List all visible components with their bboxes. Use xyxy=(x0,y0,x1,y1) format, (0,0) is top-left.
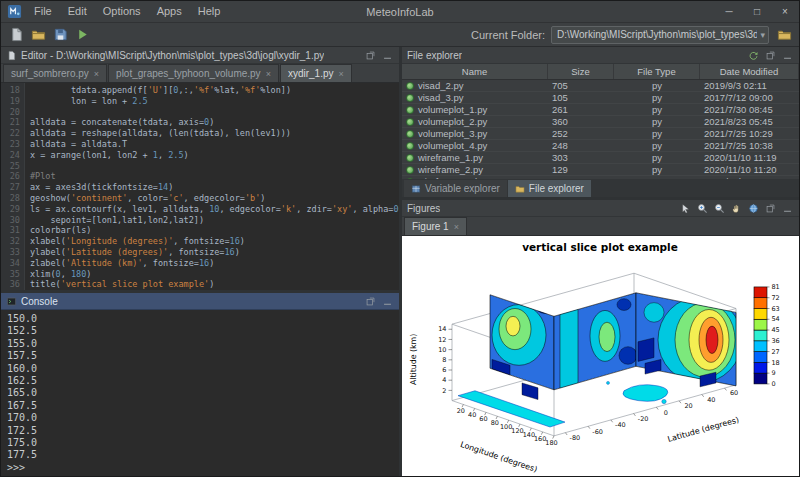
file-type: py xyxy=(614,164,700,175)
close-button[interactable]: × xyxy=(771,1,799,22)
console-output-line: 172.5 xyxy=(7,425,393,437)
zoom-out-icon[interactable] xyxy=(712,201,726,215)
select-icon[interactable] xyxy=(678,201,692,215)
table-row[interactable]: volumeplot_3.py252py2021/7/25 10:29 xyxy=(402,128,799,140)
file-type: py xyxy=(614,92,700,103)
table-row[interactable]: visad_3.py105py2017/7/12 09:00 xyxy=(402,92,799,104)
zoom-in-icon[interactable] xyxy=(695,201,709,215)
minimize-icon[interactable] xyxy=(380,48,394,62)
console-panel: Console 150.0152.5155.0157.5160.0162.516… xyxy=(1,293,399,476)
editor-tab-plot_grapes_typhoon_volume.py[interactable]: plot_grapes_typhoon_volume.py× xyxy=(108,64,279,82)
close-tab-icon[interactable]: × xyxy=(266,69,271,79)
tick-label: 72 xyxy=(772,294,780,302)
pan-icon[interactable] xyxy=(729,201,743,215)
maximize-button[interactable]: □ xyxy=(743,1,771,22)
menu-apps[interactable]: Apps xyxy=(149,1,190,22)
table-row[interactable]: visad_2.py705py2019/9/3 02:11 xyxy=(402,80,799,92)
table-row[interactable]: volumeplot_2.py360py2021/8/23 05:45 xyxy=(402,116,799,128)
x-axis-label: Longitude (degrees) xyxy=(459,440,538,474)
menu-file[interactable]: File xyxy=(26,1,60,22)
full-extent-icon[interactable] xyxy=(746,201,760,215)
current-folder-combobox[interactable]: D:\Working\MIScript\Jython\mis\plot_type… xyxy=(551,26,769,44)
py-file-icon xyxy=(406,118,414,126)
console-output[interactable]: 150.0152.5155.0157.5160.0162.5165.0167.5… xyxy=(1,310,399,476)
float-icon[interactable] xyxy=(763,48,777,62)
column-header-name[interactable]: Name xyxy=(402,64,548,79)
minimize-icon[interactable] xyxy=(780,201,794,215)
file-size: 360 xyxy=(548,116,614,127)
minimize-icon[interactable] xyxy=(380,294,394,308)
minimize-button[interactable]: ─ xyxy=(715,1,743,22)
tick-label: 60 xyxy=(730,389,738,397)
tick-label: 40 xyxy=(707,396,715,404)
column-header-date-modified[interactable]: Date Modified xyxy=(700,64,799,79)
code-editor: 18192021222324252627282930313233343536 t… xyxy=(1,83,399,290)
line-number-gutter: 18192021222324252627282930313233343536 xyxy=(1,83,25,290)
file-date-modified: 2021/7/25 10:38 xyxy=(700,140,799,151)
menu-bar: FileEditOptionsAppsHelp MeteoInfoLab ─ □… xyxy=(1,1,799,23)
table-row[interactable]: volumeplot_1.py261py2021/7/30 08:45 xyxy=(402,104,799,116)
open-folder-icon[interactable] xyxy=(28,25,48,45)
file-explorer-buttons xyxy=(746,48,794,62)
code-text[interactable]: tdata.append(f['U'][0,:,'%f'%lat,'%f'%lo… xyxy=(25,83,399,290)
tab-variable-explorer[interactable]: Variable explorer xyxy=(404,180,507,197)
menu-items: FileEditOptionsAppsHelp xyxy=(26,1,228,22)
console-output-line: 162.5 xyxy=(7,375,393,387)
console-output-line: 150.0 xyxy=(7,313,393,325)
editor-tab-surf_sombrero.py[interactable]: surf_sombrero.py× xyxy=(3,64,107,82)
tick-label: 40 xyxy=(468,411,476,419)
close-tab-icon[interactable]: × xyxy=(454,222,459,232)
chevron-down-icon[interactable]: ▾ xyxy=(757,30,765,40)
file-date-modified: 2020/11/10 11:19 xyxy=(700,152,799,163)
file-name: visad_3.py xyxy=(418,92,463,103)
menu-help[interactable]: Help xyxy=(190,1,229,22)
save-icon[interactable] xyxy=(50,25,70,45)
column-header-size[interactable]: Size xyxy=(548,64,614,79)
console-output-line: 177.5 xyxy=(7,449,393,461)
colorbar-segment xyxy=(754,341,767,352)
new-file-icon[interactable] xyxy=(6,25,26,45)
console-prompt[interactable]: >>> xyxy=(7,462,393,474)
browse-folder-button[interactable] xyxy=(774,25,794,45)
float-icon[interactable] xyxy=(363,294,377,308)
file-size: 261 xyxy=(548,104,614,115)
contour-slice-middle xyxy=(554,293,637,391)
file-name: volumeplot_3.py xyxy=(418,128,487,139)
tick-label: 9 xyxy=(772,369,776,377)
tab-label: plot_grapes_typhoon_volume.py xyxy=(116,68,261,79)
minimize-icon[interactable] xyxy=(780,48,794,62)
menu-options[interactable]: Options xyxy=(95,1,149,22)
tab-file-explorer[interactable]: File explorer xyxy=(508,180,591,197)
run-icon[interactable] xyxy=(72,25,92,45)
py-file-icon xyxy=(406,106,414,114)
file-explorer-header: File explorer xyxy=(402,47,799,64)
tick-label: 8 xyxy=(442,356,446,364)
menu-edit[interactable]: Edit xyxy=(60,1,95,22)
close-tab-icon[interactable]: × xyxy=(94,69,99,79)
tab-figure-1[interactable]: Figure 1 × xyxy=(404,217,467,235)
file-type: py xyxy=(614,116,700,127)
figure-canvas[interactable]: vertical slice plot example Altitude (km… xyxy=(402,236,799,476)
py-file-icon xyxy=(406,142,414,150)
column-header-file-type[interactable]: File Type xyxy=(614,64,700,79)
colorbar-segment xyxy=(754,298,767,309)
file-date-modified: 2020/11/10 11:20 xyxy=(700,164,799,175)
close-tab-icon[interactable]: × xyxy=(338,69,343,79)
file-date-modified: 2017/7/12 09:00 xyxy=(700,92,799,103)
colorbar-segment xyxy=(754,287,767,298)
console-output-line: 165.0 xyxy=(7,387,393,399)
script-file-icon xyxy=(6,50,17,61)
tick-label: 45 xyxy=(772,326,780,334)
tick-label: 60 xyxy=(479,415,487,423)
refresh-icon[interactable] xyxy=(746,48,760,62)
tab-label: xydir_1.py xyxy=(288,68,334,79)
float-icon[interactable] xyxy=(363,48,377,62)
file-date-modified: 2021/7/30 08:45 xyxy=(700,104,799,115)
float-icon[interactable] xyxy=(763,201,777,215)
table-row[interactable]: wireframe_1.py303py2020/11/10 11:19 xyxy=(402,152,799,164)
tick-label: 10 xyxy=(438,346,446,354)
colorbar-segment xyxy=(754,362,767,373)
table-row[interactable]: volumeplot_4.py248py2021/7/25 10:38 xyxy=(402,140,799,152)
editor-tab-xydir_1.py[interactable]: xydir_1.py× xyxy=(280,64,352,82)
table-row[interactable]: wireframe_2.py129py2020/11/10 11:20 xyxy=(402,164,799,176)
